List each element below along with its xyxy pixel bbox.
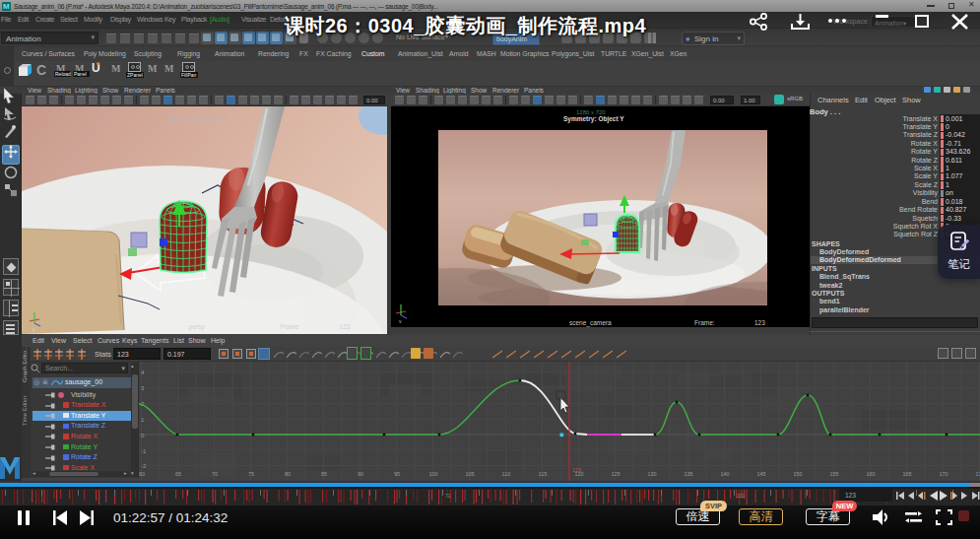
svg-text:y: y xyxy=(399,318,402,323)
svg-text:90: 90 xyxy=(358,471,363,477)
svg-text:110: 110 xyxy=(502,471,511,477)
svg-text:135: 135 xyxy=(684,471,692,477)
svg-text:115: 115 xyxy=(539,471,548,477)
svg-text:60: 60 xyxy=(139,471,145,477)
svg-text:80: 80 xyxy=(285,471,291,477)
svg-text:101: 101 xyxy=(737,493,746,499)
svg-text:123: 123 xyxy=(572,467,581,473)
svg-text:-1: -1 xyxy=(141,448,147,454)
svg-text:165: 165 xyxy=(902,471,911,477)
svg-text:105: 105 xyxy=(465,471,474,477)
svg-text:95: 95 xyxy=(394,471,400,477)
svg-text:Symmetry: Object Y: Symmetry: Object Y xyxy=(169,115,227,123)
svg-text:130: 130 xyxy=(647,471,656,477)
svg-text:140: 140 xyxy=(720,471,729,477)
svg-text:123: 123 xyxy=(845,492,856,499)
svg-text:123: 123 xyxy=(340,323,351,330)
svg-text:70: 70 xyxy=(212,471,218,477)
svg-text:170: 170 xyxy=(939,471,947,477)
svg-text:125: 125 xyxy=(611,471,620,477)
svg-text:150: 150 xyxy=(793,471,802,477)
svg-text:85: 85 xyxy=(321,471,327,477)
svg-text:100: 100 xyxy=(428,471,437,477)
svg-text:persp: persp xyxy=(189,323,206,331)
svg-text:-2: -2 xyxy=(141,463,147,469)
svg-text:Frame: Frame xyxy=(281,323,299,330)
svg-text:160: 160 xyxy=(866,471,875,477)
svg-text:65: 65 xyxy=(175,471,181,477)
svg-text:145: 145 xyxy=(756,471,765,477)
svg-text:75: 75 xyxy=(248,471,254,477)
svg-text:155: 155 xyxy=(829,471,838,477)
svg-text:71: 71 xyxy=(445,493,451,499)
svg-text:175: 175 xyxy=(975,471,980,477)
